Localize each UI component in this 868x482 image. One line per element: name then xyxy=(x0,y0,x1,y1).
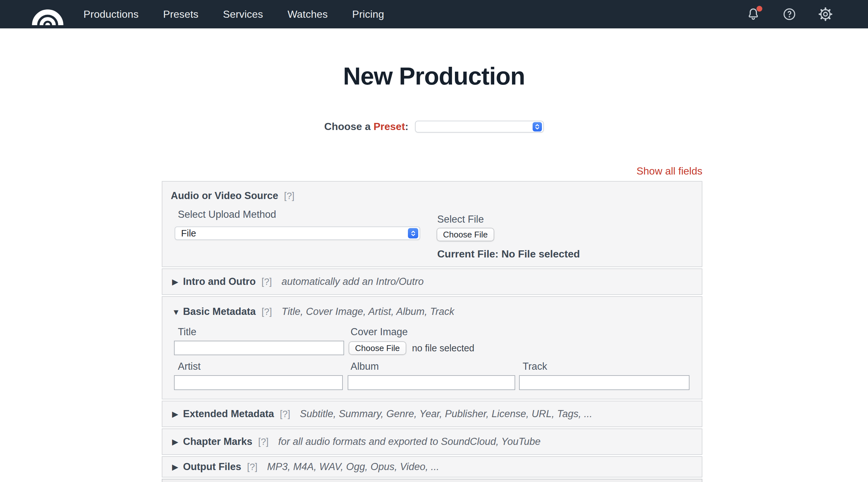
title-label: Title xyxy=(178,326,196,338)
section-description: Title, Cover Image, Artist, Album, Track xyxy=(282,306,454,317)
track-label: Track xyxy=(523,361,547,372)
cover-image-file-input: Choose File no file selected xyxy=(349,341,474,355)
section-next-partial xyxy=(162,479,703,482)
section-title: Intro and Outro xyxy=(183,276,256,287)
nav-watches[interactable]: Watches xyxy=(287,8,328,20)
help-button[interactable] xyxy=(782,6,797,22)
production-form: Audio or Video Source [?] Select Upload … xyxy=(162,181,703,482)
album-label: Album xyxy=(350,361,379,372)
current-file-status: Current File: No File selected xyxy=(437,248,580,260)
section-intro-outro[interactable]: ▶ Intro and Outro [?] automatically add … xyxy=(162,268,703,295)
collapse-arrow-icon: ▶ xyxy=(172,277,183,286)
question-circle-icon xyxy=(782,7,797,22)
album-input[interactable] xyxy=(348,375,515,390)
artist-input[interactable] xyxy=(174,375,343,390)
help-link[interactable]: [?] xyxy=(280,409,290,419)
top-navbar: Productions Presets Services Watches Pri… xyxy=(0,0,868,28)
navbar-actions xyxy=(746,6,833,22)
track-input[interactable] xyxy=(519,375,689,390)
section-title: Basic Metadata xyxy=(183,306,256,317)
section-description: MP3, M4A, WAV, Ogg, Opus, Video, ... xyxy=(267,461,439,473)
section-audio-source: Audio or Video Source [?] Select Upload … xyxy=(162,181,703,267)
expand-arrow-icon: ▼ xyxy=(172,308,183,317)
collapse-arrow-icon: ▶ xyxy=(172,409,183,419)
section-title: Output Files xyxy=(183,461,241,473)
select-file-label: Select File xyxy=(437,214,484,225)
help-link[interactable]: [?] xyxy=(261,307,272,317)
title-input[interactable] xyxy=(174,341,344,355)
nav-presets[interactable]: Presets xyxy=(163,8,198,20)
preset-chooser: Choose a Preset: xyxy=(0,121,868,133)
help-link[interactable]: [?] xyxy=(261,277,272,287)
preset-accent: Preset xyxy=(373,121,405,132)
main-nav: Productions Presets Services Watches Pri… xyxy=(84,8,384,20)
select-stepper-icon xyxy=(408,228,418,238)
cover-choose-file-button[interactable]: Choose File xyxy=(349,341,406,355)
preset-select[interactable] xyxy=(415,121,544,133)
basic-metadata-header[interactable]: ▼ Basic Metadata [?] Title, Cover Image,… xyxy=(172,306,692,317)
cover-file-status: no file selected xyxy=(412,343,474,353)
collapse-arrow-icon: ▶ xyxy=(172,437,183,447)
section-extended-metadata[interactable]: ▶ Extended Metadata [?] Subtitle, Summar… xyxy=(162,401,703,427)
auphonic-logo[interactable] xyxy=(31,3,65,26)
help-link[interactable]: [?] xyxy=(284,191,294,201)
section-description: Subtitle, Summary, Genre, Year, Publishe… xyxy=(300,408,592,420)
section-title: Chapter Marks xyxy=(183,436,252,448)
section-title: Audio or Video Source xyxy=(171,190,278,202)
show-all-fields-link[interactable]: Show all fields xyxy=(636,165,703,177)
page-title: New Production xyxy=(0,62,868,90)
help-link[interactable]: [?] xyxy=(247,462,257,472)
settings-button[interactable] xyxy=(818,6,833,22)
section-description: for all audio formats and exported to So… xyxy=(278,436,541,448)
upload-method-label: Select Upload Method xyxy=(178,209,276,220)
help-link[interactable]: [?] xyxy=(258,436,269,447)
upload-method-select[interactable]: File xyxy=(175,226,420,240)
cover-image-label: Cover Image xyxy=(350,326,408,338)
notifications-button[interactable] xyxy=(746,6,761,22)
auphonic-logo-icon xyxy=(31,3,65,26)
nav-pricing[interactable]: Pricing xyxy=(352,8,384,20)
section-description: automatically add an Intro/Outro xyxy=(282,276,424,287)
section-chapter-marks[interactable]: ▶ Chapter Marks [?] for all audio format… xyxy=(162,428,703,455)
collapse-arrow-icon: ▶ xyxy=(172,462,183,472)
section-output-files[interactable]: ▶ Output Files [?] MP3, M4A, WAV, Ogg, O… xyxy=(162,456,703,478)
preset-label: Choose a Preset: xyxy=(324,121,408,133)
section-title: Extended Metadata xyxy=(183,408,274,420)
nav-services[interactable]: Services xyxy=(223,8,263,20)
upload-method-value: File xyxy=(175,228,420,239)
section-basic-metadata: ▼ Basic Metadata [?] Title, Cover Image,… xyxy=(162,296,703,399)
choose-file-button[interactable]: Choose File xyxy=(437,228,494,241)
gear-icon xyxy=(818,7,833,22)
nav-productions[interactable]: Productions xyxy=(84,8,138,20)
select-stepper-icon xyxy=(533,122,542,131)
notification-badge xyxy=(756,6,762,11)
artist-label: Artist xyxy=(178,361,201,372)
